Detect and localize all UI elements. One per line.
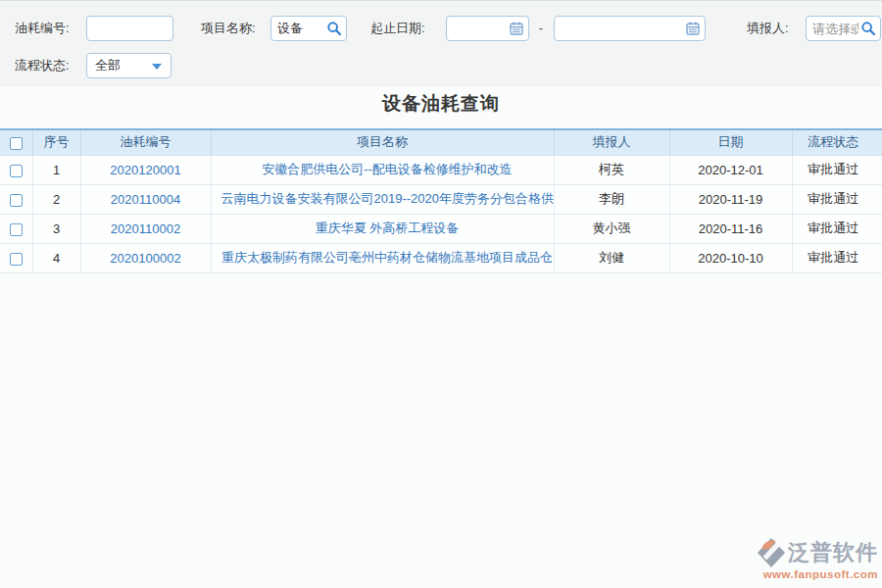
project-link[interactable]: 重庆华夏 外高桥工程设备 [316,220,460,235]
row-checkbox[interactable] [10,194,23,207]
fuel-no-link[interactable]: 2020100002 [110,251,180,266]
date-to-input[interactable] [554,16,706,41]
fuel-no-label: 油耗编号: [15,16,70,41]
filter-bar: 油耗编号: 项目名称: 起止日期: - [0,0,882,86]
table-row: 1 2020120001 安徽合肥供电公司--配电设备检修维护和改造 柯英 20… [0,155,882,184]
fuel-consumption-table: 序号 油耗编号 项目名称 填报人 日期 流程状态 1 2020120001 安徽… [0,128,882,273]
project-link[interactable]: 云南电力设备安装有限公司2019--2020年度劳务分包合格供 [221,191,555,206]
header-status: 流程状态 [792,129,882,155]
row-no: 2 [32,184,80,214]
reporter-name: 黄小强 [554,214,669,243]
fuel-no-input[interactable] [86,16,173,41]
row-checkbox[interactable] [10,165,23,177]
reporter-name: 柯英 [554,155,669,184]
row-date: 2020-11-19 [669,184,792,214]
header-fuel-no: 油耗编号 [80,129,211,155]
row-no: 3 [32,214,80,243]
vendor-watermark: 泛普软件 www.fanpusoft.com [735,538,878,580]
table-row: 3 2020110002 重庆华夏 外高桥工程设备 黄小强 2020-11-16… [0,214,882,243]
row-date: 2020-12-01 [669,155,792,184]
reporter-label: 填报人: [747,16,789,41]
header-project: 项目名称 [211,129,554,155]
page-title: 设备油耗查询 [0,91,882,117]
reporter-name: 李朗 [554,184,669,214]
reporter-name: 刘健 [554,243,669,272]
table-row: 4 2020100002 重庆太极制药有限公司亳州中药材仓储物流基地项目成品仓 … [0,243,882,272]
row-checkbox[interactable] [10,223,23,236]
row-no: 1 [32,155,80,184]
date-range-label: 起止日期: [370,16,425,41]
project-name-label: 项目名称: [201,16,256,41]
search-icon[interactable] [860,21,876,36]
fuel-no-link[interactable]: 2020120001 [110,163,180,177]
status-select-value: 全部 [95,54,121,77]
status-badge: 审批通过 [792,184,882,214]
header-reporter: 填报人 [554,129,669,155]
header-no: 序号 [32,129,80,155]
status-label: 流程状态: [15,53,70,78]
fuel-no-link[interactable]: 2020110004 [111,192,180,207]
project-link[interactable]: 重庆太极制药有限公司亳州中药材仓储物流基地项目成品仓 [221,250,553,265]
date-range-separator: - [528,16,554,41]
calendar-icon[interactable] [685,21,701,36]
status-badge: 审批通过 [792,243,882,272]
status-select[interactable]: 全部 [86,53,172,78]
fanpu-logo-icon [758,538,785,567]
table-header-row: 序号 油耗编号 项目名称 填报人 日期 流程状态 [0,129,882,155]
chevron-down-icon [152,64,162,70]
select-all-cell [0,129,32,155]
status-badge: 审批通过 [792,214,882,243]
project-link[interactable]: 安徽合肥供电公司--配电设备检修维护和改造 [262,162,513,176]
row-checkbox[interactable] [10,253,23,266]
status-badge: 审批通过 [792,155,882,184]
select-all-checkbox[interactable] [10,137,23,150]
vendor-url: www.fanpusoft.com [735,568,878,580]
search-icon[interactable] [326,21,342,36]
table-row: 2 2020110004 云南电力设备安装有限公司2019--2020年度劳务分… [0,184,882,214]
vendor-name: 泛普软件 [788,538,878,567]
row-date: 2020-11-16 [669,214,792,243]
row-date: 2020-10-10 [669,243,792,272]
header-date: 日期 [669,129,792,155]
row-no: 4 [32,243,80,272]
fuel-no-link[interactable]: 2020110002 [111,221,180,236]
calendar-icon[interactable] [509,21,524,36]
